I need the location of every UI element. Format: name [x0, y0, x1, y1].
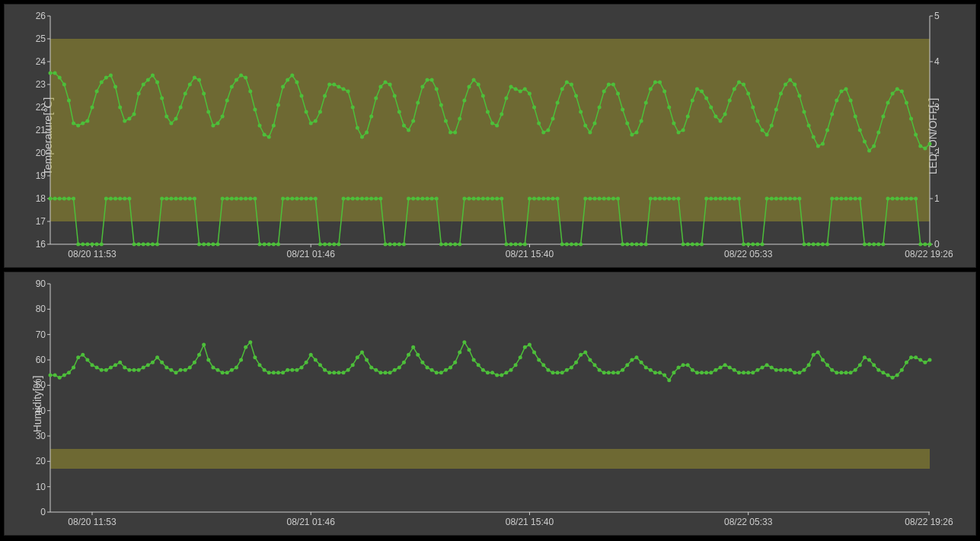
svg-point-85 [327, 83, 331, 87]
svg-point-192 [825, 129, 829, 132]
svg-point-396 [891, 197, 895, 201]
y-left-tick: 20 [36, 456, 50, 466]
svg-point-499 [407, 353, 410, 357]
svg-point-389 [858, 197, 862, 201]
svg-point-206 [891, 92, 895, 96]
plot-area-bot[interactable]: 010203040506070809008/20 11:5308/21 01:4… [50, 284, 930, 512]
svg-point-231 [123, 197, 126, 201]
svg-point-442 [142, 366, 145, 370]
svg-point-309 [486, 197, 490, 201]
svg-point-248 [202, 243, 206, 247]
svg-point-47 [151, 74, 155, 78]
svg-point-212 [918, 145, 922, 148]
svg-point-424 [58, 376, 62, 380]
svg-point-582 [793, 371, 796, 374]
svg-point-204 [881, 115, 885, 119]
svg-point-508 [449, 366, 452, 370]
svg-point-80 [305, 110, 308, 114]
svg-point-34 [91, 106, 94, 110]
svg-point-51 [169, 122, 173, 126]
svg-point-437 [118, 361, 122, 364]
x-tick: 08/21 15:40 [506, 244, 554, 259]
svg-point-325 [560, 243, 564, 247]
svg-point-438 [123, 366, 126, 370]
svg-point-304 [462, 197, 466, 201]
y-left-tick: 40 [36, 406, 50, 416]
svg-point-495 [388, 371, 392, 374]
svg-point-53 [179, 106, 183, 110]
svg-point-160 [677, 131, 681, 135]
svg-point-54 [184, 92, 187, 96]
svg-point-124 [509, 85, 513, 89]
svg-point-200 [863, 140, 867, 144]
svg-point-164 [695, 88, 699, 91]
svg-point-467 [258, 363, 262, 367]
y-left-tick: 50 [36, 380, 50, 390]
svg-point-262 [267, 243, 271, 247]
svg-point-247 [197, 243, 201, 247]
svg-point-236 [146, 243, 150, 247]
svg-point-388 [854, 197, 857, 201]
svg-point-110 [444, 119, 448, 123]
svg-point-386 [844, 197, 848, 201]
svg-point-83 [318, 110, 322, 114]
svg-point-308 [481, 197, 485, 201]
svg-point-78 [295, 81, 298, 84]
y-left-tick: 26 [36, 11, 50, 21]
x-tick: 08/22 19:26 [905, 244, 953, 259]
svg-point-488 [356, 355, 359, 359]
svg-point-394 [881, 243, 885, 247]
svg-point-59 [206, 110, 210, 114]
svg-point-99 [393, 94, 397, 98]
svg-point-517 [490, 371, 494, 374]
svg-point-175 [746, 92, 750, 96]
svg-point-205 [886, 101, 890, 105]
svg-point-531 [556, 371, 560, 374]
svg-point-257 [244, 197, 247, 201]
svg-point-158 [667, 106, 671, 110]
svg-point-198 [854, 115, 857, 119]
svg-point-558 [682, 363, 685, 367]
svg-point-234 [137, 243, 141, 247]
svg-point-69 [253, 108, 257, 112]
svg-point-166 [704, 97, 708, 100]
plot-area-top[interactable]: 161718192021222324252601234508/20 11:530… [50, 16, 930, 244]
svg-point-108 [435, 88, 439, 91]
svg-point-577 [770, 366, 774, 370]
svg-point-474 [290, 368, 294, 372]
svg-point-374 [788, 197, 792, 201]
svg-point-84 [323, 94, 327, 98]
svg-point-601 [881, 371, 885, 374]
dashboard: Temperature[℃] LED_ON/OFF[-] 16171819202… [0, 4, 980, 541]
svg-point-201 [867, 149, 871, 153]
svg-point-79 [300, 94, 304, 98]
svg-point-507 [444, 368, 448, 372]
svg-point-589 [825, 363, 829, 367]
svg-point-207 [895, 88, 899, 91]
svg-point-269 [300, 197, 304, 201]
svg-point-602 [886, 374, 890, 377]
svg-point-475 [295, 368, 298, 372]
svg-point-185 [793, 83, 796, 87]
svg-point-516 [486, 371, 490, 374]
svg-point-199 [858, 129, 862, 132]
svg-point-547 [630, 358, 634, 362]
svg-point-284 [369, 197, 373, 201]
svg-point-579 [779, 368, 783, 372]
svg-point-492 [374, 368, 378, 372]
svg-point-523 [519, 355, 522, 359]
svg-point-469 [267, 371, 271, 374]
svg-point-491 [369, 366, 373, 370]
svg-point-260 [258, 243, 262, 247]
svg-point-384 [835, 197, 838, 201]
svg-point-524 [523, 345, 527, 349]
svg-point-434 [104, 368, 108, 372]
svg-point-203 [876, 131, 880, 135]
svg-point-46 [146, 78, 150, 82]
svg-point-64 [230, 85, 234, 89]
svg-point-299 [439, 243, 443, 247]
y-left-tick: 22 [36, 102, 50, 113]
svg-point-528 [541, 363, 545, 367]
svg-point-379 [812, 243, 816, 247]
svg-point-560 [691, 368, 694, 372]
